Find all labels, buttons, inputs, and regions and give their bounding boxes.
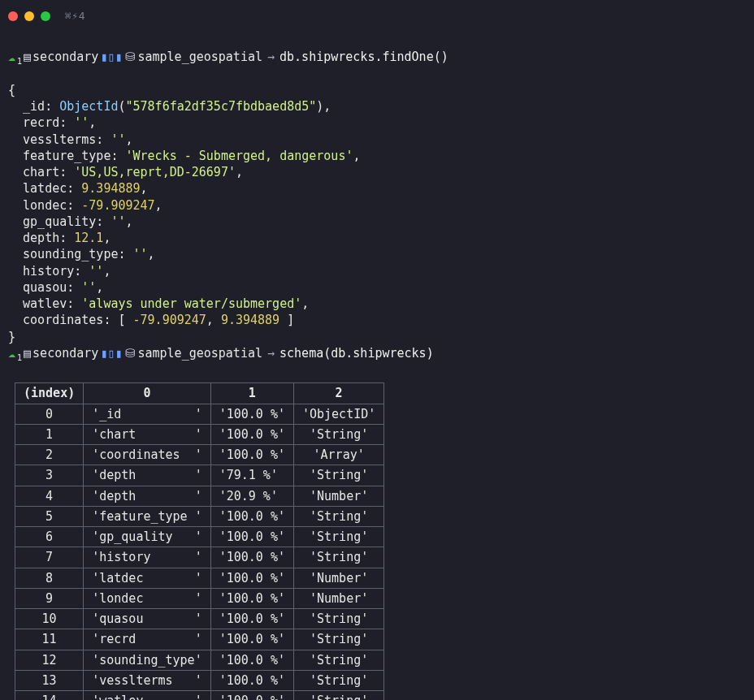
cell-pct: '100.0 %' [210,506,293,526]
cell-field: 'depth ' [84,465,210,486]
val-coord-2: 9.394889 [221,313,280,327]
command-2: schema(db.shipwrecks) [280,345,434,361]
val-watlev: 'always under water/submerged' [81,296,301,311]
terminal-window: ⌘⚡4 ☁1 ▤ secondary ▮▯▮ ⛁ sample_geospati… [0,0,754,700]
key-londec: londec: [23,198,74,213]
val-gp-quality: '' [110,214,125,229]
table-row: 6'gp_quality ''100.0 %''String' [15,527,384,547]
val-coord-1: -79.909247 [133,313,206,327]
val-quasou: '' [81,280,96,295]
table-row: 5'feature_type ''100.0 %''String' [15,506,384,526]
cell-pct: '100.0 %' [210,629,293,650]
key-depth: depth: [23,231,67,245]
cell-field: 'quasou ' [84,609,210,629]
cell-type: 'Number' [293,486,384,506]
val-history: '' [89,264,103,279]
cell-field: 'depth ' [84,486,210,506]
val-recrd: '' [74,115,89,130]
cell-pct: '100.0 %' [210,691,293,701]
cell-type: 'Array' [293,445,384,465]
cell-index: 0 [15,404,84,424]
table-row: 14'watlev ''100.0 %''String' [15,691,384,701]
cell-index: 3 [15,465,84,486]
table-row: 4'depth ''20.9 %''Number' [15,486,384,506]
cell-type: 'Number' [293,568,384,588]
cell-field: 'gp_quality ' [84,527,210,547]
key-coordinates: coordinates: [23,313,110,327]
db-icon: ⛁ [125,49,136,65]
val-latdec: 9.394889 [81,181,140,196]
cell-pct: '79.1 %' [210,465,293,486]
th-index: (index) [15,383,84,404]
cloud-icon: ☁ [8,345,15,361]
cell-type: 'ObjectID' [293,404,384,424]
cell-index: 13 [15,670,84,690]
cell-field: 'history ' [84,547,210,568]
host-label: secondary [32,49,98,65]
close-icon[interactable] [8,11,18,21]
table-row: 13'vesslterms ''100.0 %''String' [15,670,384,690]
cell-index: 5 [15,506,84,526]
cell-index: 11 [15,629,84,650]
cell-pct: '20.9 %' [210,486,293,506]
cell-type: 'String' [293,424,384,444]
cell-pct: '100.0 %' [210,424,293,444]
window-controls [8,11,50,21]
table-row: 0'_id ''100.0 %''ObjectID' [15,404,384,424]
open-brace: { [8,83,15,97]
chart-icon: ▮▯▮ [100,49,122,65]
cell-type: 'String' [293,609,384,629]
val-sounding-type: '' [133,247,148,261]
table-row: 2'coordinates ''100.0 %''Array' [15,445,384,465]
table-row: 8'latdec ''100.0 %''Number' [15,568,384,588]
cell-pct: '100.0 %' [210,650,293,670]
book-icon: ▤ [24,345,31,361]
table-row: 11'recrd ''100.0 %''String' [15,629,384,650]
cell-index: 8 [15,568,84,588]
cell-type: 'String' [293,650,384,670]
th-0: 0 [84,383,210,404]
key-latdec: latdec: [23,181,74,196]
cell-field: 'londec ' [84,588,210,608]
minimize-icon[interactable] [24,11,34,21]
cell-pct: '100.0 %' [210,404,293,424]
val-feature-type: 'Wrecks - Submerged, dangerous' [125,149,353,163]
key-watlev: watlev: [23,296,74,311]
val-depth: 12.1 [74,231,103,245]
subscript-1: 1 [17,352,22,364]
val-chart: 'US,US,reprt,DD-26697' [74,165,236,179]
table-row: 10'quasou ''100.0 %''String' [15,609,384,629]
table-header-row: (index) 0 1 2 [15,383,384,404]
table-row: 9'londec ''100.0 %''Number' [15,588,384,608]
book-icon: ▤ [24,49,31,65]
key-sounding-type: sounding_type: [23,247,125,261]
cell-index: 4 [15,486,84,506]
table-row: 7'history ''100.0 %''String' [15,547,384,568]
cell-index: 14 [15,691,84,701]
cell-type: 'String' [293,465,384,486]
cell-index: 1 [15,424,84,444]
zoom-icon[interactable] [41,11,50,21]
fn-objectid: ObjectId [59,99,118,114]
cell-type: 'String' [293,629,384,650]
cell-field: 'feature_type ' [84,506,210,526]
key-quasou: quasou: [23,280,74,295]
cell-field: 'recrd ' [84,629,210,650]
cell-index: 10 [15,609,84,629]
cell-type: 'String' [293,547,384,568]
schema-table: (index) 0 1 2 0'_id ''100.0 %''ObjectID'… [15,382,384,700]
db-label: sample_geospatial [137,49,262,65]
cell-pct: '100.0 %' [210,588,293,608]
key-history: history: [23,264,81,279]
val-id: "578f6fa2df35c7fbdbaed8d5" [125,99,316,114]
cell-type: 'String' [293,506,384,526]
command-1: db.shipwrecks.findOne() [280,49,448,65]
key-recrd: recrd: [23,115,67,130]
terminal-body[interactable]: ☁1 ▤ secondary ▮▯▮ ⛁ sample_geospatial →… [0,28,754,700]
val-londec: -79.909247 [81,198,154,213]
cell-pct: '100.0 %' [210,670,293,690]
key-id: _id: [23,99,52,114]
db-label: sample_geospatial [137,345,262,361]
key-vesslterms: vesslterms: [23,132,103,147]
key-gp-quality: gp_quality: [23,214,103,229]
